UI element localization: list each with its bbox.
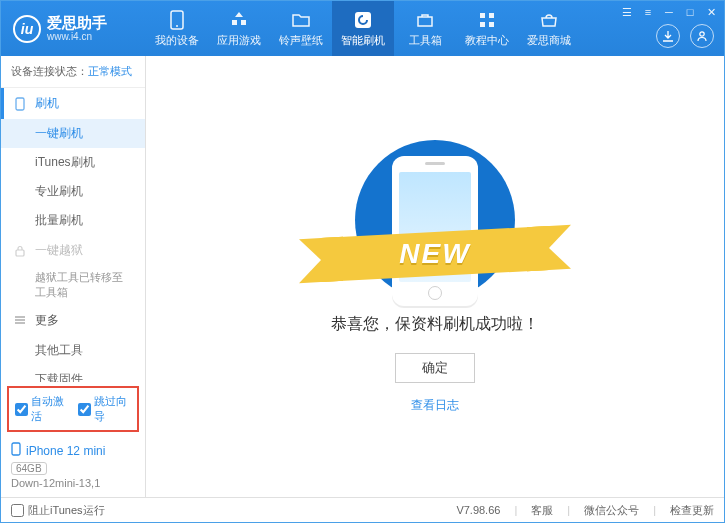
device-storage: 64GB: [11, 462, 47, 475]
device-icon: [11, 442, 21, 459]
close-button[interactable]: ✕: [702, 4, 720, 20]
window-controls: ☰ ≡ ─ □ ✕: [618, 4, 720, 20]
success-message: 恭喜您，保资料刷机成功啦！: [331, 314, 539, 335]
titlebar: iu 爱思助手 www.i4.cn 我的设备 应用游戏 铃声壁纸 智能刷机 工具…: [1, 1, 724, 56]
block-itunes-checkbox[interactable]: 阻止iTunes运行: [11, 503, 105, 518]
main-content: NEW 恭喜您，保资料刷机成功啦！ 确定 查看日志: [146, 56, 724, 497]
lock-icon: [13, 244, 27, 258]
tab-store[interactable]: 爱思商城: [518, 1, 580, 56]
sidebar-item-other[interactable]: 其他工具: [1, 336, 145, 365]
svg-rect-6: [489, 22, 494, 27]
lock-button[interactable]: ≡: [639, 4, 657, 20]
auto-activate-checkbox[interactable]: 自动激活: [15, 394, 68, 424]
tab-tutorial[interactable]: 教程中心: [456, 1, 518, 56]
support-link[interactable]: 客服: [531, 503, 553, 518]
sidebar-group-flash[interactable]: 刷机: [1, 88, 145, 119]
device-info[interactable]: iPhone 12 mini 64GB Down-12mini-13,1: [1, 436, 145, 497]
svg-rect-8: [16, 98, 24, 110]
sidebar: 设备连接状态：正常模式 刷机 一键刷机 iTunes刷机 专业刷机 批量刷机 一…: [1, 56, 146, 497]
device-detail: Down-12mini-13,1: [11, 477, 135, 489]
phone-small-icon: [13, 97, 27, 111]
update-link[interactable]: 检查更新: [670, 503, 714, 518]
store-icon: [539, 10, 559, 30]
wechat-link[interactable]: 微信公众号: [584, 503, 639, 518]
sidebar-group-more[interactable]: 更多: [1, 305, 145, 336]
app-logo: iu 爱思助手 www.i4.cn: [1, 15, 146, 43]
tab-my-device[interactable]: 我的设备: [146, 1, 208, 56]
tab-toolbox[interactable]: 工具箱: [394, 1, 456, 56]
apps-icon: [229, 10, 249, 30]
more-icon: [13, 313, 27, 327]
tab-media[interactable]: 铃声壁纸: [270, 1, 332, 56]
sidebar-item-download[interactable]: 下载固件: [1, 365, 145, 382]
jailbreak-note: 越狱工具已转移至工具箱: [1, 266, 145, 305]
skip-guide-checkbox[interactable]: 跳过向导: [78, 394, 131, 424]
sidebar-group-jailbreak[interactable]: 一键越狱: [1, 235, 145, 266]
logo-icon: iu: [13, 15, 41, 43]
user-button[interactable]: [690, 24, 714, 48]
ribbon-text: NEW: [399, 238, 470, 270]
ok-button[interactable]: 确定: [395, 353, 475, 383]
sidebar-item-batch[interactable]: 批量刷机: [1, 206, 145, 235]
svg-rect-2: [355, 12, 371, 28]
svg-rect-10: [12, 443, 20, 455]
menu-button[interactable]: ☰: [618, 4, 636, 20]
statusbar: 阻止iTunes运行 V7.98.66 | 客服 | 微信公众号 | 检查更新: [1, 497, 724, 522]
svg-rect-4: [489, 13, 494, 18]
options-box: 自动激活 跳过向导: [7, 386, 139, 432]
svg-point-7: [700, 32, 704, 36]
sidebar-item-itunes[interactable]: iTunes刷机: [1, 148, 145, 177]
download-button[interactable]: [656, 24, 680, 48]
grid-icon: [477, 10, 497, 30]
tab-flash[interactable]: 智能刷机: [332, 1, 394, 56]
phone-icon: [167, 10, 187, 30]
svg-rect-5: [480, 22, 485, 27]
folder-icon: [291, 10, 311, 30]
sidebar-item-pro[interactable]: 专业刷机: [1, 177, 145, 206]
svg-point-1: [176, 25, 178, 27]
version-label: V7.98.66: [456, 504, 500, 516]
view-log-link[interactable]: 查看日志: [411, 397, 459, 414]
toolbox-icon: [415, 10, 435, 30]
app-url: www.i4.cn: [47, 31, 107, 42]
sidebar-item-oneclick[interactable]: 一键刷机: [1, 119, 145, 148]
svg-rect-3: [480, 13, 485, 18]
svg-rect-9: [16, 250, 24, 256]
maximize-button[interactable]: □: [681, 4, 699, 20]
tab-apps[interactable]: 应用游戏: [208, 1, 270, 56]
connection-status: 设备连接状态：正常模式: [1, 56, 145, 88]
app-title: 爱思助手: [47, 15, 107, 32]
refresh-icon: [353, 10, 373, 30]
minimize-button[interactable]: ─: [660, 4, 678, 20]
success-illustration: NEW: [325, 140, 545, 300]
